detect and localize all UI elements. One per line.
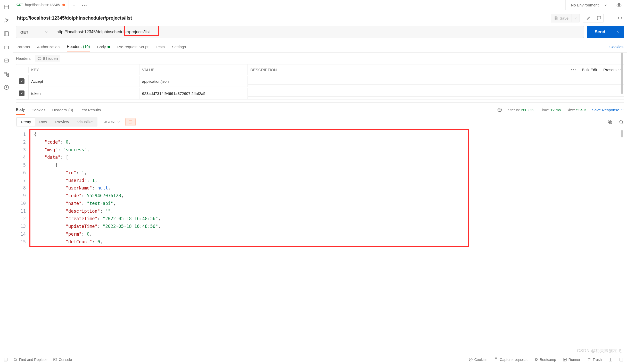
new-tab-button[interactable] <box>69 0 79 10</box>
request-tabs: Params Authorization Headers (10) Body P… <box>13 41 627 53</box>
tab-body[interactable]: Body <box>97 41 110 52</box>
cell-key[interactable]: Accept <box>29 76 139 87</box>
resp-tab-headers[interactable]: Headers (8) <box>52 105 73 115</box>
table-row: ✓ token 623add7314f94661a372607f2ffaf2a5 <box>16 87 624 100</box>
tab-settings[interactable]: Settings <box>172 41 186 52</box>
tab-params[interactable]: Params <box>16 41 30 52</box>
wrap-lines-button[interactable] <box>125 118 136 126</box>
cookies-link[interactable]: Cookies <box>609 45 623 49</box>
tab-headers[interactable]: Headers (10) <box>67 41 90 52</box>
search-icon[interactable] <box>619 119 624 125</box>
svg-rect-6 <box>4 72 6 73</box>
tabs-overflow-button[interactable] <box>79 0 89 10</box>
view-visualize[interactable]: Visualize <box>73 118 97 126</box>
bulk-edit-link[interactable]: Bulk Edit <box>582 68 597 72</box>
url-row: GET Send <box>16 26 624 38</box>
cell-desc[interactable] <box>248 78 624 85</box>
response-body[interactable]: 1{2 "code": 0,3 "msg": "success",4 "data… <box>16 129 624 247</box>
comment-icon <box>597 16 601 20</box>
chevron-down-icon <box>621 108 624 111</box>
send-menu-button[interactable] <box>613 26 624 38</box>
console-icon <box>53 358 57 362</box>
bottom-panel-icon[interactable] <box>4 358 8 362</box>
tab-tests[interactable]: Tests <box>156 41 165 52</box>
runner-label: Runner <box>568 358 580 362</box>
antenna-icon <box>494 358 498 362</box>
resp-tab-tests[interactable]: Test Results <box>80 105 101 115</box>
find-replace-button[interactable]: Find and Replace <box>13 358 47 362</box>
team-icon[interactable] <box>3 17 10 23</box>
comments-button[interactable] <box>594 14 604 22</box>
hidden-headers-toggle[interactable]: 8 hidden <box>35 55 61 62</box>
edit-button[interactable] <box>583 14 594 22</box>
scrollbar[interactable] <box>621 130 623 137</box>
svg-point-1 <box>5 19 6 20</box>
capture-button[interactable]: Capture requests <box>494 358 527 362</box>
send-label: Send <box>595 29 605 35</box>
panel-icon[interactable] <box>3 4 10 10</box>
chevron-down-icon <box>574 16 577 20</box>
layout-two-pane-button[interactable] <box>608 358 613 362</box>
tab-authorization[interactable]: Authorization <box>37 41 60 52</box>
hidden-count: 8 hidden <box>43 56 58 61</box>
headers-table: KEY VALUE DESCRIPTION Bulk Edit Presets <box>16 64 624 100</box>
svg-point-26 <box>471 360 471 360</box>
save-menu-button[interactable] <box>572 14 580 22</box>
environment-selector[interactable]: No Environment <box>565 0 627 10</box>
copy-icon[interactable] <box>607 119 613 125</box>
svg-point-2 <box>7 19 8 21</box>
sidebar-icon[interactable] <box>3 31 10 37</box>
capture-label: Capture requests <box>500 358 527 362</box>
eye-icon <box>37 56 42 61</box>
view-pretty[interactable]: Pretty <box>17 118 35 126</box>
svg-rect-30 <box>620 358 623 361</box>
save-button[interactable]: Save <box>551 14 572 22</box>
view-raw[interactable]: Raw <box>35 118 51 126</box>
runner-button[interactable]: Runner <box>563 358 580 362</box>
cell-key[interactable]: token <box>29 88 139 99</box>
bottom-cookies-button[interactable]: Cookies <box>469 358 488 362</box>
scrollbar[interactable] <box>621 53 623 94</box>
env-label: No Environment <box>571 3 599 7</box>
svg-point-24 <box>469 358 472 361</box>
method-select[interactable]: GET <box>16 26 52 38</box>
trash-button[interactable]: Trash <box>587 358 602 362</box>
url-input[interactable] <box>52 26 584 38</box>
history-icon[interactable] <box>3 84 10 90</box>
save-response-button[interactable]: Save Response <box>592 108 624 112</box>
eye-icon[interactable] <box>616 2 622 8</box>
presets-select[interactable]: Presets <box>603 68 621 72</box>
cookie-icon <box>469 358 473 362</box>
flow-icon[interactable] <box>3 71 10 77</box>
code-icon[interactable] <box>617 15 623 21</box>
bottom-bar: Find and Replace Console Cookies Capture… <box>0 355 627 364</box>
row-checkbox[interactable]: ✓ <box>19 90 24 96</box>
tab-prerequest[interactable]: Pre-request Script <box>117 41 148 52</box>
view-preview[interactable]: Preview <box>51 118 73 126</box>
more-icon[interactable] <box>571 69 576 70</box>
box-icon[interactable] <box>3 44 10 50</box>
titlebar: http://localhost:12345/dolphinscheduler/… <box>13 10 627 26</box>
cell-desc[interactable] <box>248 90 624 97</box>
headers-panel: Headers 8 hidden KEY VALUE DESCRIPTION B… <box>16 53 624 100</box>
bootcamp-button[interactable]: Bootcamp <box>534 358 556 362</box>
bootcamp-label: Bootcamp <box>540 358 556 362</box>
globe-icon[interactable] <box>497 107 502 112</box>
row-checkbox[interactable]: ✓ <box>19 78 24 84</box>
format-select[interactable]: JSON <box>101 118 123 126</box>
console-button[interactable]: Console <box>53 358 72 362</box>
resp-tab-body[interactable]: Body <box>16 105 25 115</box>
method-label: GET <box>20 30 28 34</box>
layout-single-pane-button[interactable] <box>619 358 623 362</box>
monitor-icon[interactable] <box>3 57 10 64</box>
resp-tab-cookies[interactable]: Cookies <box>31 105 45 115</box>
wrap-icon <box>128 120 133 124</box>
cell-value[interactable]: 623add7314f94661a372607f2ffaf2a5 <box>139 88 248 99</box>
request-tab[interactable]: GET http://localhost:12345/ <box>13 0 69 10</box>
svg-rect-4 <box>4 46 9 49</box>
cell-value[interactable]: application/json <box>139 76 248 87</box>
bottom-cookies-label: Cookies <box>474 358 488 362</box>
resp-headers-count: (8) <box>68 108 73 112</box>
save-label: Save <box>560 16 568 20</box>
send-button[interactable]: Send <box>587 26 613 38</box>
